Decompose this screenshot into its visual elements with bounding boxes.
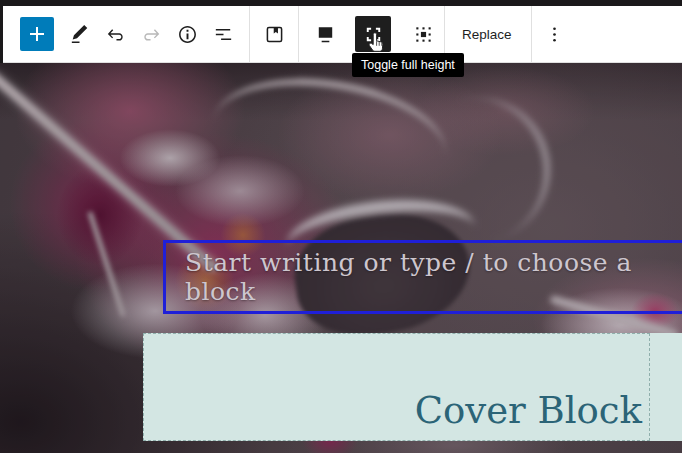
list-view-icon (212, 23, 235, 46)
editor-toolbar: Replace (0, 6, 682, 63)
cover-block-icon (263, 23, 286, 46)
toggle-full-height-button[interactable] (355, 16, 391, 52)
pencil-icon (68, 23, 91, 46)
plus-icon (25, 22, 49, 46)
toolbar-separator (298, 6, 299, 62)
list-view-button[interactable] (205, 16, 241, 52)
align-full-width-button[interactable] (307, 16, 343, 52)
tools-button[interactable] (61, 16, 97, 52)
cover-inner-container[interactable]: Cover Block (143, 333, 682, 441)
replace-button[interactable]: Replace (448, 16, 526, 52)
full-width-icon (314, 23, 337, 46)
block-inserter-button[interactable] (20, 17, 54, 51)
toolbar-separator (249, 6, 250, 62)
details-button[interactable] (169, 16, 205, 52)
toolbar-separator (531, 6, 532, 62)
undo-arrow-icon (104, 23, 127, 46)
block-options-button[interactable] (537, 16, 573, 52)
selected-paragraph-block[interactable]: Start writing or type / to choose a bloc… (163, 240, 682, 314)
tooltip: Toggle full height (352, 53, 464, 77)
ellipsis-icon (543, 23, 566, 46)
redo-button[interactable] (133, 16, 169, 52)
content-position-button[interactable] (405, 16, 441, 52)
window-top-edge (0, 0, 682, 6)
block-switcher-cover-button[interactable] (256, 16, 292, 52)
window-left-edge (0, 0, 3, 63)
cover-heading: Cover Block (415, 391, 649, 440)
info-icon (176, 23, 199, 46)
content-position-matrix-icon (412, 23, 435, 46)
undo-button[interactable] (97, 16, 133, 52)
redo-arrow-icon (140, 23, 163, 46)
paragraph-placeholder: Start writing or type / to choose a bloc… (166, 248, 682, 306)
toggle-full-height-icon (362, 23, 385, 46)
heading-block-outline[interactable]: Cover Block (143, 333, 650, 441)
